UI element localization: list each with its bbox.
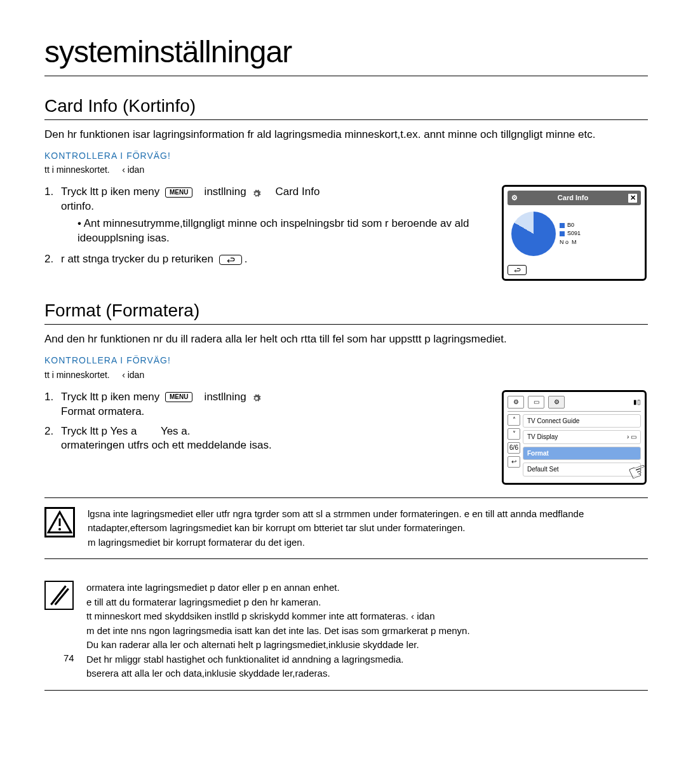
down-button[interactable]: ˅ (508, 428, 520, 440)
up-button[interactable]: ˄ (508, 414, 520, 426)
gear-icon (252, 188, 261, 197)
preface-sub-a: tt i minneskortet. (44, 370, 110, 380)
section-heading-card-info: Card Info (Kortinfo) (44, 94, 648, 120)
tab-gear[interactable]: ⚙ (508, 396, 524, 409)
battery-icon: ▮▯ (633, 398, 641, 407)
step-number: 2. (44, 424, 61, 439)
pointer-hand-icon: ☞ (624, 455, 652, 489)
step-text: ortinfo. (61, 200, 94, 212)
preface-sub: tt i minneskortet. ‹ idan (44, 164, 648, 176)
preface-sub: tt i minneskortet. ‹ idan (44, 369, 648, 381)
page-title: systeminställningar (44, 32, 648, 76)
step-number: 1. (44, 390, 61, 405)
step-note: • Ant minnesutrymme,tillgngligt minne oc… (61, 217, 487, 246)
preface-sub-b: ‹ idan (122, 370, 144, 380)
note-text: ormatera inte lagringsmediet p dator ell… (86, 581, 648, 681)
step-text: instllning (205, 391, 246, 403)
note-block: ormatera inte lagringsmediet p dator ell… (44, 572, 648, 691)
menu-icon: MENU (165, 392, 192, 402)
return-icon (219, 255, 242, 265)
close-icon[interactable]: ✕ (628, 194, 637, 203)
step-text: Tryck ltt p iken meny (61, 186, 159, 198)
step-text: instllning (205, 186, 246, 198)
step-text: Card Info (275, 186, 319, 198)
tab-card[interactable]: ▭ (528, 396, 544, 409)
step-text: r att stnga trycker du p returiken (61, 253, 213, 265)
menu-row-format[interactable]: Format (523, 447, 641, 461)
step-1: 1. Tryck ltt p iken meny MENU instllning… (44, 185, 487, 246)
svg-point-1 (58, 528, 61, 531)
preface-sub-a: tt i minneskortet. (44, 165, 110, 175)
return-button[interactable] (508, 265, 527, 275)
tab-settings[interactable]: ⚙ (548, 396, 565, 409)
section-intro: Den hr funktionen isar lagringsinformati… (44, 128, 648, 142)
step-text: Format ormatera. (61, 405, 144, 417)
step-1: 1. Tryck ltt p iken meny MENU instllning… (44, 390, 487, 419)
page-number: 74 (64, 652, 74, 665)
counter: 6/6 (508, 442, 520, 454)
step-number: 2. (44, 252, 61, 267)
section-intro: And den hr funktionen nr du ill radera a… (44, 332, 648, 347)
pie-stats: B0 S091 N o M (560, 221, 581, 247)
preface-label: KONTROLLERA I FÖRVÄG! (44, 150, 648, 162)
step-number: 1. (44, 185, 61, 199)
preface-sub-b: ‹ idan (122, 165, 144, 175)
step-2: 2. Tryck ltt p Yes a Yes a. ormateringen… (44, 424, 487, 454)
menu-icon: MENU (165, 187, 192, 198)
menu-row-tv-display[interactable]: TV Display› ▭ (523, 430, 641, 444)
warning-icon (44, 507, 75, 537)
gear-icon: ⚙ (511, 193, 518, 203)
step-2: 2. r att stnga trycker du p returiken . (44, 252, 487, 267)
return-button[interactable]: ↩ (508, 456, 520, 468)
device-screen-format-menu: ⚙ ▭ ⚙ ▮▯ ˄ ˅ 6/6 ↩ TV Connect Guide TV D… (502, 390, 647, 485)
section-heading-format: Format (Formatera) (44, 299, 648, 325)
warning-text: lgsna inte lagringsmediet eller utfr ngr… (88, 507, 648, 550)
pie-chart (511, 212, 556, 256)
warning-block: lgsna inte lagringsmediet eller utfr ngr… (44, 497, 648, 560)
step-text: Tryck ltt p (61, 425, 107, 437)
screen-title: Card Info (558, 193, 588, 203)
step-text: ormateringen utfrs och ett meddelande is… (61, 439, 272, 451)
preface-label: KONTROLLERA I FÖRVÄG! (44, 355, 648, 367)
step-text: Yes a. (161, 425, 191, 437)
menu-row-default-set[interactable]: Default Set (523, 463, 641, 476)
step-text: Tryck ltt p iken meny (61, 391, 159, 403)
gear-icon (252, 393, 261, 402)
step-text: Yes a (110, 425, 137, 437)
menu-row-tv-connect[interactable]: TV Connect Guide (523, 414, 641, 428)
note-icon (44, 581, 74, 610)
device-screen-card-info: ⚙ Card Info ✕ B0 S091 N o M (502, 185, 647, 281)
